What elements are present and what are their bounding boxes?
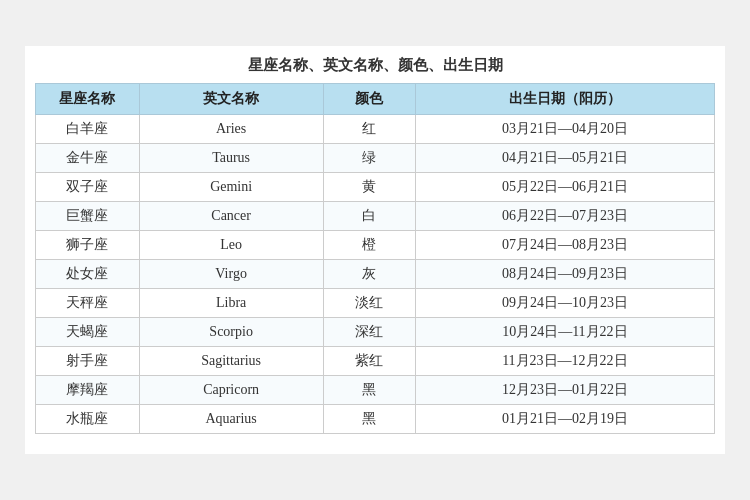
header-name: 星座名称 xyxy=(36,84,140,115)
header-english: 英文名称 xyxy=(139,84,323,115)
cell-english-name: Taurus xyxy=(139,144,323,173)
cell-date: 01月21日—02月19日 xyxy=(415,405,714,434)
table-row: 处女座Virgo灰08月24日—09月23日 xyxy=(36,260,715,289)
cell-zodiac-name: 金牛座 xyxy=(36,144,140,173)
cell-english-name: Aquarius xyxy=(139,405,323,434)
cell-color: 灰 xyxy=(323,260,415,289)
cell-color: 黄 xyxy=(323,173,415,202)
cell-zodiac-name: 天秤座 xyxy=(36,289,140,318)
cell-english-name: Virgo xyxy=(139,260,323,289)
cell-english-name: Sagittarius xyxy=(139,347,323,376)
cell-color: 红 xyxy=(323,115,415,144)
table-row: 射手座Sagittarius紫红11月23日—12月22日 xyxy=(36,347,715,376)
cell-date: 04月21日—05月21日 xyxy=(415,144,714,173)
cell-zodiac-name: 水瓶座 xyxy=(36,405,140,434)
cell-color: 黑 xyxy=(323,405,415,434)
cell-english-name: Leo xyxy=(139,231,323,260)
page-title: 星座名称、英文名称、颜色、出生日期 xyxy=(35,56,715,75)
cell-color: 紫红 xyxy=(323,347,415,376)
table-row: 巨蟹座Cancer白06月22日—07月23日 xyxy=(36,202,715,231)
cell-date: 05月22日—06月21日 xyxy=(415,173,714,202)
cell-english-name: Cancer xyxy=(139,202,323,231)
table-row: 天秤座Libra淡红09月24日—10月23日 xyxy=(36,289,715,318)
main-container: 星座名称、英文名称、颜色、出生日期 星座名称 英文名称 颜色 出生日期（阳历） … xyxy=(25,46,725,454)
table-row: 双子座Gemini黄05月22日—06月21日 xyxy=(36,173,715,202)
cell-zodiac-name: 天蝎座 xyxy=(36,318,140,347)
cell-date: 11月23日—12月22日 xyxy=(415,347,714,376)
cell-zodiac-name: 处女座 xyxy=(36,260,140,289)
cell-date: 07月24日—08月23日 xyxy=(415,231,714,260)
cell-zodiac-name: 双子座 xyxy=(36,173,140,202)
cell-english-name: Libra xyxy=(139,289,323,318)
cell-zodiac-name: 白羊座 xyxy=(36,115,140,144)
zodiac-table: 星座名称 英文名称 颜色 出生日期（阳历） 白羊座Aries红03月21日—04… xyxy=(35,83,715,434)
table-row: 摩羯座Capricorn黑12月23日—01月22日 xyxy=(36,376,715,405)
cell-color: 白 xyxy=(323,202,415,231)
table-row: 天蝎座Scorpio深红10月24日—11月22日 xyxy=(36,318,715,347)
cell-date: 08月24日—09月23日 xyxy=(415,260,714,289)
cell-english-name: Scorpio xyxy=(139,318,323,347)
cell-zodiac-name: 巨蟹座 xyxy=(36,202,140,231)
cell-date: 10月24日—11月22日 xyxy=(415,318,714,347)
cell-color: 橙 xyxy=(323,231,415,260)
table-row: 白羊座Aries红03月21日—04月20日 xyxy=(36,115,715,144)
cell-date: 06月22日—07月23日 xyxy=(415,202,714,231)
cell-zodiac-name: 摩羯座 xyxy=(36,376,140,405)
cell-english-name: Gemini xyxy=(139,173,323,202)
cell-english-name: Aries xyxy=(139,115,323,144)
table-header-row: 星座名称 英文名称 颜色 出生日期（阳历） xyxy=(36,84,715,115)
cell-color: 绿 xyxy=(323,144,415,173)
table-row: 金牛座Taurus绿04月21日—05月21日 xyxy=(36,144,715,173)
cell-zodiac-name: 射手座 xyxy=(36,347,140,376)
cell-date: 12月23日—01月22日 xyxy=(415,376,714,405)
cell-color: 淡红 xyxy=(323,289,415,318)
table-row: 狮子座Leo橙07月24日—08月23日 xyxy=(36,231,715,260)
cell-english-name: Capricorn xyxy=(139,376,323,405)
cell-date: 09月24日—10月23日 xyxy=(415,289,714,318)
cell-color: 黑 xyxy=(323,376,415,405)
header-date: 出生日期（阳历） xyxy=(415,84,714,115)
table-row: 水瓶座Aquarius黑01月21日—02月19日 xyxy=(36,405,715,434)
cell-zodiac-name: 狮子座 xyxy=(36,231,140,260)
cell-date: 03月21日—04月20日 xyxy=(415,115,714,144)
header-color: 颜色 xyxy=(323,84,415,115)
cell-color: 深红 xyxy=(323,318,415,347)
